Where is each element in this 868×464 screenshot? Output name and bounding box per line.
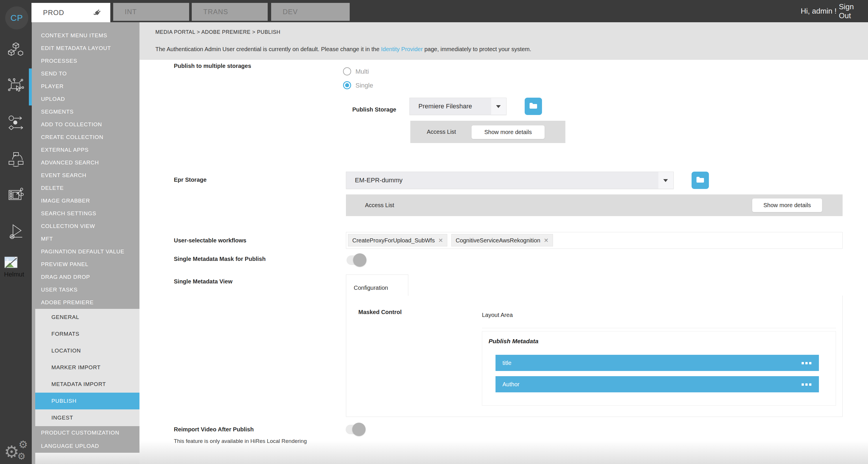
reimport-note: This feature is only available in HiRes …: [174, 437, 310, 446]
helmut-broken-image[interactable]: Helmut: [4, 256, 30, 278]
drag-handle-icon[interactable]: [802, 383, 811, 386]
workflow-chip[interactable]: CognitiveServiceAwsRekognition✕: [451, 234, 553, 246]
submenu-item-formats[interactable]: FORMATS: [35, 326, 140, 342]
sidebar-item-preview-panel[interactable]: PREVIEW PANEL: [32, 258, 140, 271]
publish-multiple-storages-label: Publish to multiple storages: [174, 63, 251, 69]
masked-control-label: Masked Control: [358, 309, 402, 316]
metadata-field-bar-author[interactable]: Author: [496, 376, 819, 393]
user-selectable-workflows-label: User-selectable workflows: [174, 237, 246, 244]
reimport-video-label: Reimport Video After Publish: [174, 426, 254, 433]
sidebar-item-event-search[interactable]: EVENT SEARCH: [32, 169, 140, 182]
submenu-item-marker-import[interactable]: MARKER IMPORT: [35, 359, 140, 376]
credential-warning: The Authentication Admin User credential…: [155, 46, 531, 53]
folder-icon: [696, 176, 704, 184]
radio-single[interactable]: [343, 81, 351, 89]
dropdown-arrow-icon: [663, 179, 668, 182]
submenu-item-general[interactable]: GENERAL: [35, 309, 140, 326]
sidebar-item-product-customization[interactable]: PRODUCT CUSTOMIZATION: [32, 426, 140, 439]
sync-collections-icon[interactable]: [8, 151, 24, 167]
env-tab-prod[interactable]: PROD: [31, 3, 110, 22]
adobe-premiere-submenu: GENERAL FORMATS LOCATION MARKER IMPORT M…: [35, 309, 140, 426]
sidebar-item-upload[interactable]: UPLOAD: [32, 93, 140, 106]
sidebar-item-adobe-premiere[interactable]: ADOBE PREMIERE: [32, 296, 140, 309]
env-tab-label: INT: [125, 8, 137, 16]
modules-icon[interactable]: [8, 41, 24, 58]
workflow-icon[interactable]: [8, 115, 24, 131]
submenu-item-publish-selected[interactable]: PUBLISH: [35, 393, 140, 409]
radio-single-label[interactable]: Single: [355, 82, 373, 89]
submenu-item-ingest[interactable]: INGEST: [35, 409, 140, 426]
remove-chip-icon[interactable]: ✕: [438, 237, 443, 243]
env-tab-int[interactable]: INT: [113, 3, 189, 21]
settings-gears-icon[interactable]: ⚙ ⚙ ⚙: [2, 442, 31, 462]
epr-storage-dropdown[interactable]: EM-EPR-dummy: [346, 172, 674, 189]
plug-icon: [93, 8, 102, 19]
sidebar-item-mft[interactable]: MFT: [32, 233, 140, 245]
active-section-indicator: [29, 68, 32, 106]
show-more-details-button[interactable]: Show more details: [752, 199, 822, 212]
user-greeting: Hi, admin !: [801, 0, 837, 22]
publish-storage-browse-button[interactable]: [525, 98, 542, 115]
sidebar-item-pagination-default-value[interactable]: PAGINATION DEFAULT VALUE: [32, 245, 140, 258]
show-more-details-button[interactable]: Show more details: [471, 125, 545, 139]
sidebar-item-send-to[interactable]: SEND TO: [32, 67, 140, 80]
sidebar-item-drag-and-drop[interactable]: DRAG AND DROP: [32, 271, 140, 284]
breadcrumb: MEDIA PORTAL > ADOBE PREMIERE > PUBLISH: [155, 29, 280, 35]
single-metadata-mask-toggle[interactable]: [346, 253, 372, 267]
drag-handle-icon[interactable]: [802, 362, 811, 364]
env-tab-label: DEV: [283, 8, 298, 16]
submenu-item-metadata-import[interactable]: METADATA IMPORT: [35, 376, 140, 393]
metadata-field-bar-title[interactable]: title: [496, 355, 819, 371]
render-player-icon[interactable]: [8, 223, 24, 239]
main-content: MEDIA PORTAL > ADOBE PREMIERE > PUBLISH …: [140, 22, 868, 464]
sign-out-link[interactable]: Sign Out: [839, 0, 868, 22]
context-interaction-icon[interactable]: [8, 78, 24, 94]
publish-storage-value: Premiere Fileshare: [418, 103, 472, 110]
single-metadata-view-label: Single Metadata View: [174, 278, 232, 285]
layout-area-label: Layout Area: [482, 312, 513, 318]
access-list-label: Access List: [365, 195, 394, 216]
sidebar-item-create-collection[interactable]: CREATE COLLECTION: [32, 131, 140, 144]
icon-rail: Helmut ⚙ ⚙ ⚙: [0, 22, 32, 464]
radio-multi-label[interactable]: Multi: [355, 68, 369, 76]
sidebar-item-context-menu-items[interactable]: CONTEXT MENU ITEMS: [32, 29, 140, 42]
layout-area-box: Publish Metadata title Author: [482, 331, 836, 406]
sidebar-item-search-settings[interactable]: SEARCH SETTINGS: [32, 207, 140, 220]
epr-storage-value: EM-EPR-dummy: [355, 176, 403, 184]
sidebar-item-external-apps[interactable]: EXTERNAL APPS: [32, 144, 140, 156]
identity-provider-link[interactable]: Identity Provider: [381, 46, 423, 52]
configuration-panel: Masked Control Layout Area Publish Metad…: [346, 295, 843, 417]
folder-icon: [529, 103, 537, 110]
single-metadata-mask-label: Single Metadata Mask for Publish: [174, 256, 266, 262]
epr-storage-label: Epr Storage: [174, 176, 207, 183]
sidebar-item-delete[interactable]: DELETE: [32, 182, 140, 195]
radio-multi[interactable]: [343, 67, 351, 76]
settings-sidebar: CONTEXT MENU ITEMS EDIT METADATA LAYOUT …: [32, 22, 140, 464]
sidebar-item-edit-metadata-layout[interactable]: EDIT METADATA LAYOUT: [32, 42, 140, 55]
sidebar-item-processes[interactable]: PROCESSES: [32, 55, 140, 67]
epr-storage-browse-button[interactable]: [691, 172, 709, 189]
sidebar-item-segments[interactable]: SEGMENTS: [32, 106, 140, 118]
reimport-video-toggle[interactable]: [345, 422, 371, 437]
sidebar-item-collection-view[interactable]: COLLECTION VIEW: [32, 220, 140, 233]
sidebar-item-player[interactable]: PLAYER: [32, 80, 140, 93]
epr-storage-access-box: Access List Show more details: [346, 195, 843, 216]
top-bar: PROD INT TRANS DEV Hi, admin !: [0, 0, 868, 22]
env-tab-trans[interactable]: TRANS: [192, 3, 268, 21]
sidebar-item-advanced-search[interactable]: ADVANCED SEARCH: [32, 156, 140, 169]
env-tab-dev[interactable]: DEV: [271, 3, 350, 21]
publish-storage-dropdown[interactable]: Premiere Fileshare: [409, 98, 506, 115]
submenu-item-location[interactable]: LOCATION: [35, 342, 140, 359]
app-logo-avatar[interactable]: CP: [5, 6, 28, 29]
sidebar-item-image-grabber[interactable]: IMAGE GRABBER: [32, 195, 140, 207]
helmut-label: Helmut: [4, 271, 30, 278]
workflow-chip[interactable]: CreateProxyForUpload_SubWfs✕: [348, 234, 447, 246]
clip-editor-icon[interactable]: [8, 187, 24, 203]
sidebar-item-user-tasks[interactable]: USER TASKS: [32, 284, 140, 296]
sidebar-item-language-upload[interactable]: LANGUAGE UPLOAD: [32, 439, 140, 453]
sidebar-item-add-to-collection[interactable]: ADD TO COLLECTION: [32, 118, 140, 131]
configuration-tab[interactable]: Configuration: [346, 274, 408, 296]
remove-chip-icon[interactable]: ✕: [544, 237, 549, 243]
workflows-chip-input[interactable]: CreateProxyForUpload_SubWfs✕ CognitiveSe…: [346, 232, 843, 249]
access-list-label: Access List: [427, 121, 456, 143]
